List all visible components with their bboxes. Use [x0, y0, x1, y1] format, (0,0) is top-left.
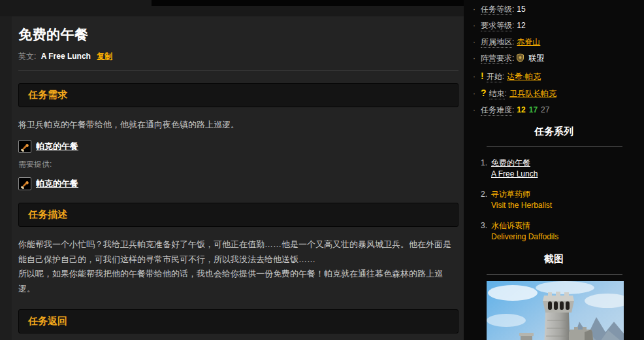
- series-divider: [487, 146, 622, 147]
- english-name-row: 英文: A Free Lunch 复制: [18, 51, 459, 62]
- bullet-icon: ·: [473, 72, 475, 81]
- top-header-strip: [152, 0, 464, 6]
- fact-quest-start: ·!开始:达希·帕克: [473, 71, 644, 82]
- section-objectives-header: 任务需求: [18, 83, 459, 107]
- fact-faction: ·阵营要求:联盟: [473, 53, 644, 65]
- exclamation-icon: !: [481, 71, 484, 81]
- screenshot-heading: 截图: [464, 253, 644, 265]
- copy-button[interactable]: 复制: [97, 52, 112, 61]
- section-progress-header: 任务返回: [18, 309, 459, 333]
- quest-info-sidebar: ·任务等级:15 ·要求等级:12 ·所属地区:赤脊山 ·阵营要求:联盟 ·!开…: [464, 0, 644, 340]
- section-progress-title: 任务返回: [28, 315, 449, 328]
- alliance-shield-icon: [517, 54, 524, 65]
- series-heading: 任务系列: [464, 126, 644, 138]
- section-objectives-title: 任务需求: [28, 89, 449, 101]
- quest-screenshot-image[interactable]: 六零数据库 60WDB: [487, 281, 624, 340]
- quest-page: 免费的午餐 英文: A Free Lunch 复制 任务需求 将卫兵帕克的午餐带…: [0, 0, 644, 340]
- zone-link[interactable]: 赤脊山: [517, 37, 540, 46]
- bullet-icon: ·: [473, 89, 475, 98]
- series-link-zh[interactable]: 水仙诉衷情: [491, 220, 558, 231]
- series-item: 3. 水仙诉衷情 Delivering Daffodils: [481, 220, 644, 243]
- item-link[interactable]: 帕克的午餐: [36, 141, 78, 152]
- quest-main-panel: 免费的午餐 英文: A Free Lunch 复制 任务需求 将卫兵帕克的午餐带…: [12, 16, 464, 340]
- series-item: 2. 寻访草药师 Visit the Herbalist: [481, 189, 644, 212]
- difficulty-green: 17: [529, 105, 538, 114]
- section-description-title: 任务描述: [28, 209, 449, 221]
- fact-difficulty: ·任务难度:121727: [473, 105, 644, 115]
- title-divider: [18, 70, 459, 71]
- difficulty-gray: 27: [541, 105, 549, 114]
- section-description-header: 任务描述: [18, 203, 459, 227]
- page-title: 免费的午餐: [18, 26, 459, 44]
- start-npc-link[interactable]: 达希·帕克: [507, 72, 541, 81]
- bullet-icon: ·: [473, 5, 475, 14]
- drumstick-item-icon: [18, 140, 31, 153]
- bullet-icon: ·: [473, 105, 475, 114]
- series-link-en[interactable]: A Free Lunch: [491, 169, 538, 180]
- description-paragraph-2: 所以呢，如果你能帮我把他的午餐带给他的话，我也会给你提供一份免费的午餐！帕克就在…: [18, 267, 459, 297]
- series-item-current: 1. 免费的午餐 A Free Lunch: [481, 158, 644, 180]
- screenshot-divider: [487, 274, 622, 275]
- provided-item-row: 帕克的午餐: [18, 177, 459, 190]
- drumstick-item-icon: [18, 177, 31, 190]
- bullet-icon: ·: [473, 54, 475, 63]
- english-quest-name: A Free Lunch: [41, 52, 91, 61]
- difficulty-yellow: 12: [517, 105, 525, 114]
- bullet-icon: ·: [473, 21, 475, 30]
- bullet-icon: ·: [473, 37, 475, 46]
- objectives-text: 将卫兵帕克的午餐带给他，他就在通向夜色镇的路上巡逻。: [18, 118, 459, 133]
- provided-label: 需要提供:: [18, 159, 459, 170]
- english-label: 英文:: [18, 52, 36, 61]
- fact-quest-end: ·?结束:卫兵队长帕克: [473, 88, 644, 99]
- series-link-zh[interactable]: 寻访草药师: [491, 189, 552, 200]
- series-link-zh[interactable]: 免费的午餐: [491, 158, 538, 169]
- series-link-en[interactable]: Visit the Herbalist: [491, 200, 552, 211]
- question-icon: ?: [481, 88, 487, 98]
- quest-series-list: 1. 免费的午餐 A Free Lunch 2. 寻访草药师 Visit the…: [481, 158, 644, 243]
- objective-item-row: 帕克的午餐: [18, 140, 459, 153]
- fact-required-level: ·要求等级:12: [473, 20, 644, 31]
- provided-item-link[interactable]: 帕克的午餐: [36, 178, 78, 190]
- series-link-en[interactable]: Delivering Daffodils: [491, 231, 558, 243]
- end-npc-link[interactable]: 卫兵队长帕克: [509, 89, 556, 98]
- quest-facts-list: ·任务等级:15 ·要求等级:12 ·所属地区:赤脊山 ·阵营要求:联盟 ·!开…: [464, 0, 644, 115]
- page-left-gutter: [0, 0, 12, 340]
- description-paragraph-1: 你能帮我一个小忙吗？我给卫兵帕克准备好了午饭，可他正在值勤……他是一个又高又壮的…: [18, 237, 459, 267]
- fact-zone: ·所属地区:赤脊山: [473, 37, 644, 47]
- fact-quest-level: ·任务等级:15: [473, 4, 644, 14]
